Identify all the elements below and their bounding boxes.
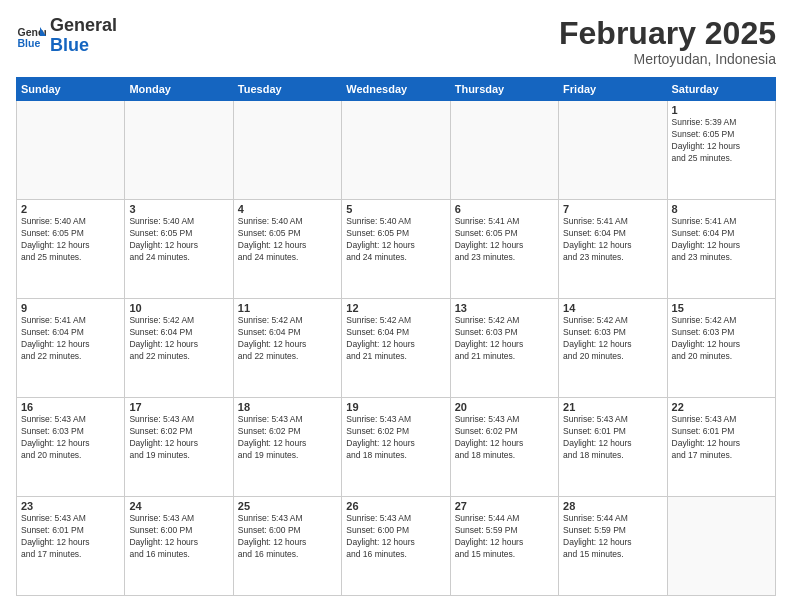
day-number: 1 <box>672 104 771 116</box>
day-number: 13 <box>455 302 554 314</box>
weekday-header-wednesday: Wednesday <box>342 78 450 101</box>
calendar-day-26: 26Sunrise: 5:43 AM Sunset: 6:00 PM Dayli… <box>342 497 450 596</box>
header: General Blue General Blue February 2025 … <box>16 16 776 67</box>
day-number: 4 <box>238 203 337 215</box>
day-number: 28 <box>563 500 662 512</box>
month-year: February 2025 <box>559 16 776 51</box>
day-info: Sunrise: 5:40 AM Sunset: 6:05 PM Dayligh… <box>238 216 337 264</box>
calendar-header-row: SundayMondayTuesdayWednesdayThursdayFrid… <box>17 78 776 101</box>
day-info: Sunrise: 5:39 AM Sunset: 6:05 PM Dayligh… <box>672 117 771 165</box>
calendar-day-14: 14Sunrise: 5:42 AM Sunset: 6:03 PM Dayli… <box>559 299 667 398</box>
logo-icon: General Blue <box>16 21 46 51</box>
calendar-day-18: 18Sunrise: 5:43 AM Sunset: 6:02 PM Dayli… <box>233 398 341 497</box>
calendar-week-row: 2Sunrise: 5:40 AM Sunset: 6:05 PM Daylig… <box>17 200 776 299</box>
day-number: 21 <box>563 401 662 413</box>
calendar-day-21: 21Sunrise: 5:43 AM Sunset: 6:01 PM Dayli… <box>559 398 667 497</box>
calendar-day-empty <box>667 497 775 596</box>
day-number: 27 <box>455 500 554 512</box>
day-number: 5 <box>346 203 445 215</box>
calendar-day-empty <box>342 101 450 200</box>
day-number: 25 <box>238 500 337 512</box>
weekday-header-tuesday: Tuesday <box>233 78 341 101</box>
day-number: 2 <box>21 203 120 215</box>
day-number: 18 <box>238 401 337 413</box>
day-info: Sunrise: 5:41 AM Sunset: 6:04 PM Dayligh… <box>672 216 771 264</box>
day-info: Sunrise: 5:43 AM Sunset: 6:01 PM Dayligh… <box>672 414 771 462</box>
calendar-week-row: 16Sunrise: 5:43 AM Sunset: 6:03 PM Dayli… <box>17 398 776 497</box>
day-number: 11 <box>238 302 337 314</box>
day-number: 7 <box>563 203 662 215</box>
day-info: Sunrise: 5:41 AM Sunset: 6:04 PM Dayligh… <box>563 216 662 264</box>
logo-text: General Blue <box>50 16 117 56</box>
calendar-day-4: 4Sunrise: 5:40 AM Sunset: 6:05 PM Daylig… <box>233 200 341 299</box>
calendar-day-15: 15Sunrise: 5:42 AM Sunset: 6:03 PM Dayli… <box>667 299 775 398</box>
calendar-day-empty <box>125 101 233 200</box>
calendar-week-row: 23Sunrise: 5:43 AM Sunset: 6:01 PM Dayli… <box>17 497 776 596</box>
day-info: Sunrise: 5:43 AM Sunset: 6:02 PM Dayligh… <box>129 414 228 462</box>
location: Mertoyudan, Indonesia <box>559 51 776 67</box>
day-info: Sunrise: 5:42 AM Sunset: 6:03 PM Dayligh… <box>455 315 554 363</box>
day-number: 24 <box>129 500 228 512</box>
weekday-header-saturday: Saturday <box>667 78 775 101</box>
calendar-day-7: 7Sunrise: 5:41 AM Sunset: 6:04 PM Daylig… <box>559 200 667 299</box>
day-number: 6 <box>455 203 554 215</box>
day-number: 16 <box>21 401 120 413</box>
day-number: 14 <box>563 302 662 314</box>
calendar-week-row: 1Sunrise: 5:39 AM Sunset: 6:05 PM Daylig… <box>17 101 776 200</box>
day-number: 23 <box>21 500 120 512</box>
calendar-day-8: 8Sunrise: 5:41 AM Sunset: 6:04 PM Daylig… <box>667 200 775 299</box>
calendar-day-empty <box>559 101 667 200</box>
day-info: Sunrise: 5:43 AM Sunset: 6:01 PM Dayligh… <box>21 513 120 561</box>
weekday-header-monday: Monday <box>125 78 233 101</box>
calendar-day-28: 28Sunrise: 5:44 AM Sunset: 5:59 PM Dayli… <box>559 497 667 596</box>
day-info: Sunrise: 5:42 AM Sunset: 6:04 PM Dayligh… <box>129 315 228 363</box>
calendar-day-22: 22Sunrise: 5:43 AM Sunset: 6:01 PM Dayli… <box>667 398 775 497</box>
day-number: 20 <box>455 401 554 413</box>
day-info: Sunrise: 5:44 AM Sunset: 5:59 PM Dayligh… <box>455 513 554 561</box>
day-info: Sunrise: 5:43 AM Sunset: 6:01 PM Dayligh… <box>563 414 662 462</box>
calendar-day-13: 13Sunrise: 5:42 AM Sunset: 6:03 PM Dayli… <box>450 299 558 398</box>
calendar-day-27: 27Sunrise: 5:44 AM Sunset: 5:59 PM Dayli… <box>450 497 558 596</box>
day-info: Sunrise: 5:40 AM Sunset: 6:05 PM Dayligh… <box>129 216 228 264</box>
calendar-day-empty <box>233 101 341 200</box>
calendar-day-12: 12Sunrise: 5:42 AM Sunset: 6:04 PM Dayli… <box>342 299 450 398</box>
day-info: Sunrise: 5:40 AM Sunset: 6:05 PM Dayligh… <box>346 216 445 264</box>
calendar-day-24: 24Sunrise: 5:43 AM Sunset: 6:00 PM Dayli… <box>125 497 233 596</box>
calendar-day-23: 23Sunrise: 5:43 AM Sunset: 6:01 PM Dayli… <box>17 497 125 596</box>
day-number: 19 <box>346 401 445 413</box>
day-info: Sunrise: 5:42 AM Sunset: 6:03 PM Dayligh… <box>563 315 662 363</box>
logo: General Blue General Blue <box>16 16 117 56</box>
calendar-week-row: 9Sunrise: 5:41 AM Sunset: 6:04 PM Daylig… <box>17 299 776 398</box>
day-info: Sunrise: 5:43 AM Sunset: 6:00 PM Dayligh… <box>238 513 337 561</box>
calendar-day-25: 25Sunrise: 5:43 AM Sunset: 6:00 PM Dayli… <box>233 497 341 596</box>
weekday-header-thursday: Thursday <box>450 78 558 101</box>
calendar-day-3: 3Sunrise: 5:40 AM Sunset: 6:05 PM Daylig… <box>125 200 233 299</box>
calendar-day-6: 6Sunrise: 5:41 AM Sunset: 6:05 PM Daylig… <box>450 200 558 299</box>
day-number: 26 <box>346 500 445 512</box>
day-number: 8 <box>672 203 771 215</box>
calendar-day-empty <box>17 101 125 200</box>
calendar-day-1: 1Sunrise: 5:39 AM Sunset: 6:05 PM Daylig… <box>667 101 775 200</box>
day-info: Sunrise: 5:43 AM Sunset: 6:02 PM Dayligh… <box>346 414 445 462</box>
day-info: Sunrise: 5:43 AM Sunset: 6:00 PM Dayligh… <box>129 513 228 561</box>
day-number: 10 <box>129 302 228 314</box>
day-info: Sunrise: 5:43 AM Sunset: 6:03 PM Dayligh… <box>21 414 120 462</box>
day-info: Sunrise: 5:42 AM Sunset: 6:04 PM Dayligh… <box>238 315 337 363</box>
calendar-day-empty <box>450 101 558 200</box>
day-info: Sunrise: 5:44 AM Sunset: 5:59 PM Dayligh… <box>563 513 662 561</box>
calendar-day-10: 10Sunrise: 5:42 AM Sunset: 6:04 PM Dayli… <box>125 299 233 398</box>
day-number: 3 <box>129 203 228 215</box>
day-info: Sunrise: 5:43 AM Sunset: 6:02 PM Dayligh… <box>238 414 337 462</box>
day-number: 15 <box>672 302 771 314</box>
calendar-day-9: 9Sunrise: 5:41 AM Sunset: 6:04 PM Daylig… <box>17 299 125 398</box>
calendar-day-17: 17Sunrise: 5:43 AM Sunset: 6:02 PM Dayli… <box>125 398 233 497</box>
calendar-day-5: 5Sunrise: 5:40 AM Sunset: 6:05 PM Daylig… <box>342 200 450 299</box>
day-info: Sunrise: 5:43 AM Sunset: 6:00 PM Dayligh… <box>346 513 445 561</box>
day-info: Sunrise: 5:40 AM Sunset: 6:05 PM Dayligh… <box>21 216 120 264</box>
day-number: 12 <box>346 302 445 314</box>
day-info: Sunrise: 5:41 AM Sunset: 6:04 PM Dayligh… <box>21 315 120 363</box>
svg-text:Blue: Blue <box>18 36 41 48</box>
title-block: February 2025 Mertoyudan, Indonesia <box>559 16 776 67</box>
day-number: 22 <box>672 401 771 413</box>
day-info: Sunrise: 5:42 AM Sunset: 6:03 PM Dayligh… <box>672 315 771 363</box>
